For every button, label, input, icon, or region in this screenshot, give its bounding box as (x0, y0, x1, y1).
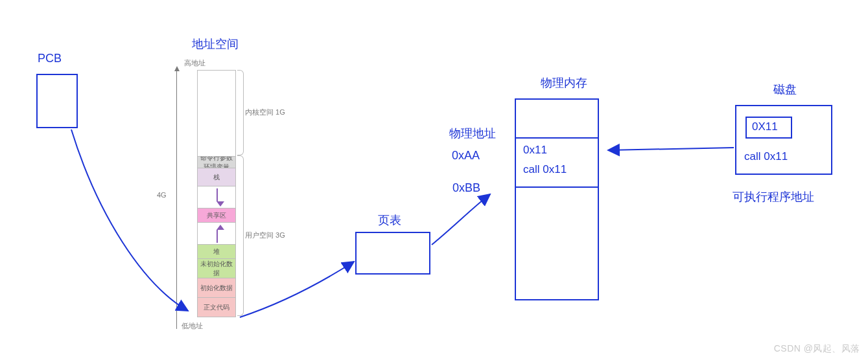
addr-seg (198, 186, 235, 208)
disk-inner-text: 0X11 (752, 120, 778, 133)
address-space-diagram: 高地址 4G 命令行参数环境变量栈共享区堆未初始化数据初始化数据正文代码 内核空… (169, 58, 266, 337)
phys-mem-box (515, 98, 599, 300)
addr-seg (198, 222, 235, 244)
disk-outer-box (735, 105, 832, 175)
addr-seg: 未初始化数据 (198, 258, 235, 278)
high-addr-label: 高地址 (184, 58, 205, 68)
pcb-label: PCB (38, 52, 62, 65)
disk-call-line: call 0x11 (744, 150, 788, 163)
mem-line2: call 0x11 (523, 163, 567, 176)
address-space-column: 命令行参数环境变量栈共享区堆未初始化数据初始化数据正文代码 (197, 70, 236, 317)
arrow-pagetable-to-physmem (432, 194, 490, 245)
address-axis (176, 70, 177, 329)
arrow-disk-to-physmem (608, 148, 734, 150)
addr-seg: 命令行参数环境变量 (198, 156, 235, 168)
page-table-label: 页表 (378, 212, 401, 228)
phys-mem-label: 物理内存 (541, 75, 587, 91)
user-brace (237, 155, 244, 316)
size-4g-label: 4G (157, 191, 167, 199)
mem-line1: 0x11 (523, 144, 547, 157)
addr-seg: 初始化数据 (198, 278, 235, 297)
watermark: CSDN @风起、风落 (774, 343, 860, 355)
addr-seg: 栈 (198, 168, 235, 186)
kernel-brace (237, 70, 244, 155)
arrows-overlay (0, 0, 868, 360)
addr-seg: 正文代码 (198, 297, 235, 317)
addr-aa: 0xAA (452, 149, 480, 163)
user-3g-label: 用户空间 3G (245, 231, 285, 240)
phys-addr-label: 物理地址 (449, 126, 496, 141)
exe-addr-label: 可执行程序地址 (733, 189, 814, 205)
addr-seg (198, 71, 235, 156)
address-space-label: 地址空间 (192, 36, 239, 52)
page-table-box (355, 232, 430, 275)
pcb-box (36, 74, 78, 128)
kernel-1g-label: 内核空间 1G (245, 107, 285, 117)
addr-bb: 0xBB (452, 181, 480, 195)
addr-seg: 堆 (198, 244, 235, 258)
disk-label: 磁盘 (773, 82, 797, 97)
addr-seg: 共享区 (198, 208, 235, 222)
low-addr-label: 低地址 (182, 321, 203, 331)
